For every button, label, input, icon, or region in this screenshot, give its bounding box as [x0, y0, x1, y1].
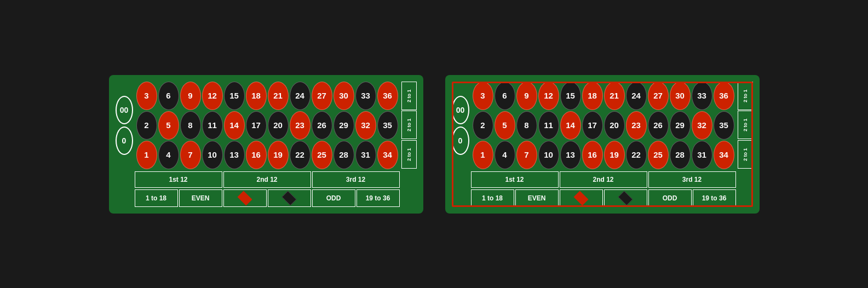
- number-18[interactable]: 18: [582, 82, 603, 110]
- number-6[interactable]: 6: [158, 82, 179, 110]
- number-7[interactable]: 7: [180, 141, 201, 169]
- number-14[interactable]: 14: [224, 111, 245, 140]
- bet-cell-0[interactable]: 1 to 18: [135, 189, 178, 207]
- number-28[interactable]: 28: [334, 141, 354, 169]
- number-36[interactable]: 36: [377, 82, 398, 110]
- number-31[interactable]: 31: [692, 141, 712, 169]
- number-27[interactable]: 27: [648, 82, 669, 110]
- number-3[interactable]: 3: [473, 82, 493, 110]
- number-25[interactable]: 25: [312, 141, 332, 169]
- two-to-one-cell-1[interactable]: 2 to 1: [401, 111, 417, 139]
- number-18[interactable]: 18: [246, 82, 267, 110]
- bet-cell-0[interactable]: 1 to 18: [471, 189, 514, 207]
- number-16[interactable]: 16: [582, 141, 603, 169]
- bet-cell-1[interactable]: EVEN: [515, 189, 559, 207]
- number-12[interactable]: 12: [202, 82, 223, 110]
- number-21[interactable]: 21: [268, 82, 289, 110]
- zero-cell-00[interactable]: 00: [116, 96, 133, 124]
- number-24[interactable]: 24: [290, 82, 311, 110]
- two-to-one-cell-0[interactable]: 2 to 1: [401, 82, 417, 110]
- number-11[interactable]: 11: [202, 111, 223, 140]
- number-23[interactable]: 23: [290, 111, 311, 140]
- bet-cell-5[interactable]: 19 to 36: [693, 189, 736, 207]
- number-29[interactable]: 29: [334, 111, 354, 140]
- number-2[interactable]: 2: [473, 111, 493, 140]
- bet-cell-2[interactable]: [560, 189, 603, 207]
- number-10[interactable]: 10: [538, 141, 559, 169]
- number-17[interactable]: 17: [246, 111, 267, 140]
- two-to-one-cell-2[interactable]: 2 to 1: [401, 140, 417, 169]
- number-21[interactable]: 21: [604, 82, 625, 110]
- number-9[interactable]: 9: [516, 82, 537, 110]
- number-1[interactable]: 1: [136, 141, 157, 169]
- dozen-2[interactable]: 2nd 12: [223, 171, 311, 188]
- number-25[interactable]: 25: [648, 141, 669, 169]
- bet-cell-2[interactable]: [223, 189, 267, 207]
- number-33[interactable]: 33: [355, 82, 376, 110]
- zero-cell-0[interactable]: 0: [116, 126, 133, 155]
- two-to-one-cell-0[interactable]: 2 to 1: [738, 82, 753, 110]
- number-27[interactable]: 27: [312, 82, 332, 110]
- number-9[interactable]: 9: [180, 82, 201, 110]
- number-26[interactable]: 26: [312, 111, 332, 140]
- number-32[interactable]: 32: [355, 111, 376, 140]
- bet-cell-3[interactable]: [604, 189, 647, 207]
- number-31[interactable]: 31: [355, 141, 376, 169]
- number-7[interactable]: 7: [516, 141, 537, 169]
- number-1[interactable]: 1: [473, 141, 493, 169]
- bet-cell-1[interactable]: EVEN: [179, 189, 222, 207]
- dozen-1[interactable]: 1st 12: [135, 171, 222, 188]
- number-32[interactable]: 32: [692, 111, 712, 140]
- number-22[interactable]: 22: [626, 141, 647, 169]
- dozen-2[interactable]: 2nd 12: [560, 171, 647, 188]
- zero-cell-0[interactable]: 0: [452, 126, 469, 155]
- number-10[interactable]: 10: [202, 141, 223, 169]
- number-19[interactable]: 19: [268, 141, 289, 169]
- bet-cell-4[interactable]: ODD: [312, 189, 355, 207]
- dozen-1[interactable]: 1st 12: [471, 171, 559, 188]
- two-to-one-cell-1[interactable]: 2 to 1: [738, 111, 753, 139]
- bet-cell-5[interactable]: 19 to 36: [357, 189, 400, 207]
- number-24[interactable]: 24: [626, 82, 647, 110]
- number-36[interactable]: 36: [714, 82, 734, 110]
- number-35[interactable]: 35: [377, 111, 398, 140]
- number-20[interactable]: 20: [268, 111, 289, 140]
- number-14[interactable]: 14: [560, 111, 581, 140]
- dozen-3[interactable]: 3rd 12: [648, 171, 736, 188]
- number-5[interactable]: 5: [158, 111, 179, 140]
- number-22[interactable]: 22: [290, 141, 311, 169]
- number-15[interactable]: 15: [560, 82, 581, 110]
- number-26[interactable]: 26: [648, 111, 669, 140]
- number-3[interactable]: 3: [136, 82, 157, 110]
- two-to-one-cell-2[interactable]: 2 to 1: [738, 140, 753, 169]
- number-13[interactable]: 13: [224, 141, 245, 169]
- number-13[interactable]: 13: [560, 141, 581, 169]
- number-4[interactable]: 4: [158, 141, 179, 169]
- number-23[interactable]: 23: [626, 111, 647, 140]
- number-8[interactable]: 8: [180, 111, 201, 140]
- number-33[interactable]: 33: [692, 82, 712, 110]
- number-6[interactable]: 6: [495, 82, 515, 110]
- number-20[interactable]: 20: [604, 111, 625, 140]
- number-2[interactable]: 2: [136, 111, 157, 140]
- number-34[interactable]: 34: [714, 141, 734, 169]
- dozen-3[interactable]: 3rd 12: [312, 171, 400, 188]
- number-29[interactable]: 29: [670, 111, 691, 140]
- number-5[interactable]: 5: [495, 111, 515, 140]
- number-28[interactable]: 28: [670, 141, 691, 169]
- number-30[interactable]: 30: [334, 82, 354, 110]
- number-34[interactable]: 34: [377, 141, 398, 169]
- number-4[interactable]: 4: [495, 141, 515, 169]
- number-8[interactable]: 8: [516, 111, 537, 140]
- number-30[interactable]: 30: [670, 82, 691, 110]
- bet-cell-4[interactable]: ODD: [648, 189, 692, 207]
- number-12[interactable]: 12: [538, 82, 559, 110]
- zero-cell-00[interactable]: 00: [452, 96, 469, 124]
- number-17[interactable]: 17: [582, 111, 603, 140]
- number-35[interactable]: 35: [714, 111, 734, 140]
- number-15[interactable]: 15: [224, 82, 245, 110]
- number-11[interactable]: 11: [538, 111, 559, 140]
- bet-cell-3[interactable]: [268, 189, 311, 207]
- number-19[interactable]: 19: [604, 141, 625, 169]
- number-16[interactable]: 16: [246, 141, 267, 169]
